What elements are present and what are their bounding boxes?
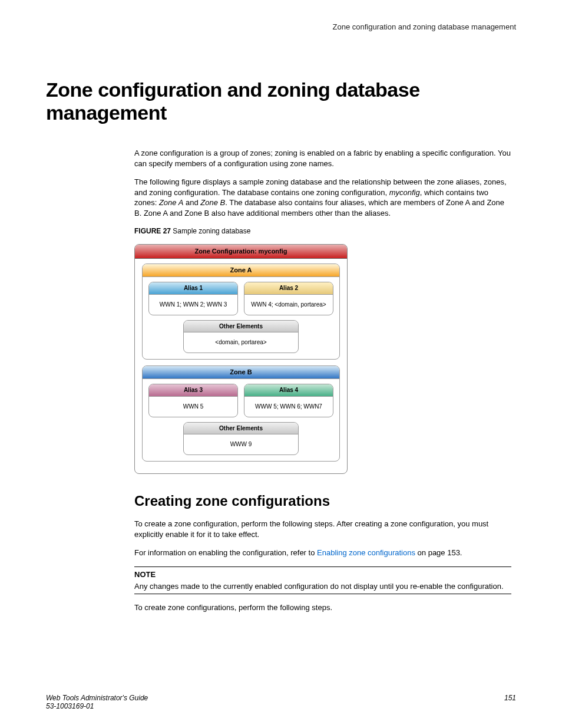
footer-guide-title: Web Tools Administrator's Guide	[46, 694, 148, 702]
p4-lead: For information on enabling the configur…	[134, 548, 317, 557]
footer-page-number: 151	[504, 694, 516, 710]
p2-and: and	[183, 198, 200, 207]
zone-a-other-body: <domain, portarea>	[184, 332, 298, 353]
note-rule-bottom	[134, 594, 511, 594]
page-title: Zone configuration and zoning database m…	[46, 78, 516, 124]
figure-caption-text: Sample zoning database	[171, 227, 250, 235]
subheading-creating: Creating zone configurations	[134, 492, 511, 510]
alias-3-body: WWN 5	[149, 397, 237, 417]
p2-config-name: myconfig	[389, 188, 420, 197]
p2-zone-b: Zone B	[200, 198, 225, 207]
running-header: Zone configuration and zoning database m…	[46, 22, 516, 31]
alias-3-header: Alias 3	[149, 384, 237, 397]
zone-a-header: Zone A	[143, 264, 339, 277]
zone-a-other-header: Other Elements	[184, 321, 298, 333]
page-footer: Web Tools Administrator's Guide 53-10031…	[46, 694, 516, 710]
body-paragraph-5: To create zone configurations, perform t…	[134, 602, 511, 613]
alias-1-box: Alias 1 WWN 1; WWN 2; WWN 3	[148, 282, 238, 315]
diagram-config-header: Zone Configuration: myconfig	[135, 245, 347, 259]
alias-2-body: WWN 4; <domain, portarea>	[244, 295, 333, 315]
alias-1-body: WWN 1; WWN 2; WWN 3	[149, 295, 237, 315]
alias-3-box: Alias 3 WWN 5	[148, 384, 238, 417]
zone-a-other-box: Other Elements <domain, portarea>	[183, 320, 299, 354]
zone-a-box: Zone A Alias 1 WWN 1; WWN 2; WWN 3 Alias…	[142, 263, 340, 360]
alias-2-header: Alias 2	[244, 282, 333, 295]
zone-b-box: Zone B Alias 3 WWN 5 Alias 4 WWW 5; WWN …	[142, 365, 340, 462]
zone-b-header: Zone B	[143, 366, 339, 379]
link-enabling-zone-configs[interactable]: Enabling zone configurations	[317, 548, 415, 557]
note-rule-top	[134, 566, 511, 567]
zone-b-other-header: Other Elements	[184, 423, 298, 435]
zoning-diagram: Zone Configuration: myconfig Zone A Alia…	[134, 244, 348, 474]
alias-4-box: Alias 4 WWW 5; WWN 6; WWN7	[244, 384, 333, 417]
body-paragraph-4: For information on enabling the configur…	[134, 548, 511, 558]
zone-b-other-body: WWW 9	[184, 434, 298, 454]
alias-4-body: WWW 5; WWN 6; WWN7	[244, 397, 333, 417]
p4-tail: on page 153.	[415, 548, 462, 557]
alias-2-box: Alias 2 WWN 4; <domain, portarea>	[244, 282, 333, 315]
figure-label: FIGURE 27	[134, 227, 171, 235]
body-paragraph-1: A zone configuration is a group of zones…	[134, 148, 511, 169]
footer-doc-number: 53-1003169-01	[46, 702, 148, 710]
note-body: Any changes made to the currently enable…	[134, 581, 511, 592]
figure-caption: FIGURE 27 Sample zoning database	[134, 226, 511, 236]
body-paragraph-2: The following figure displays a sample z…	[134, 177, 511, 218]
alias-4-header: Alias 4	[244, 384, 333, 397]
body-paragraph-3: To create a zone configuration, perform …	[134, 519, 511, 539]
alias-1-header: Alias 1	[149, 282, 237, 295]
zone-b-other-box: Other Elements WWW 9	[183, 422, 299, 456]
p2-zone-a: Zone A	[159, 198, 183, 207]
note-heading: NOTE	[134, 569, 511, 580]
